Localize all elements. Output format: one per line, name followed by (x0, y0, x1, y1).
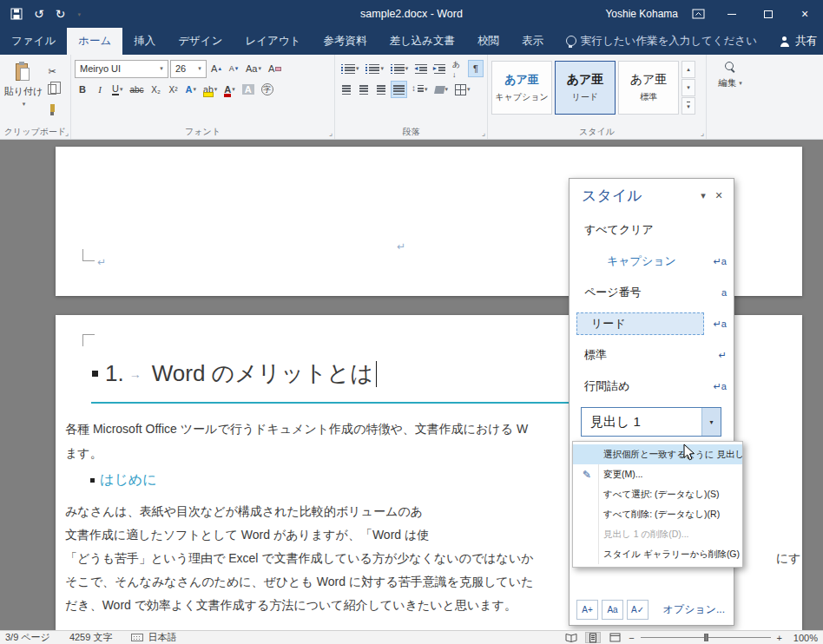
style-item-normal[interactable]: 標準 ↵ (576, 345, 727, 365)
style-inspector-button[interactable]: Aa (602, 600, 623, 620)
new-style-button[interactable]: A+ (576, 600, 598, 620)
underline-button[interactable]: U▾ (109, 81, 125, 98)
tab-mailings[interactable]: 差し込み文書 (378, 28, 466, 55)
font-name-combo[interactable]: Meiryo UI ▾ (75, 60, 168, 78)
styles-pane-dropdown-icon[interactable]: ▾ (695, 190, 711, 201)
line-spacing-button[interactable]: ▾ (409, 81, 431, 98)
styles-options-link[interactable]: オプション... (663, 602, 725, 617)
shrink-font-button[interactable]: A▾ (226, 60, 241, 77)
show-formatting-marks-button[interactable]: ¶ (468, 60, 484, 77)
tab-view[interactable]: 表示 (510, 28, 555, 55)
language-indicator[interactable]: 日本語 (131, 631, 176, 644)
share-button[interactable]: 共有 (767, 28, 823, 55)
character-shading-button[interactable]: A (240, 81, 257, 98)
signed-in-user[interactable]: Yoshie Kohama (605, 8, 678, 20)
editing-button[interactable]: 編集 ▾ (718, 77, 742, 89)
align-center-button[interactable] (356, 81, 372, 98)
read-mode-button[interactable] (563, 632, 579, 643)
font-name-dropdown-icon[interactable]: ▾ (155, 65, 168, 72)
gallery-scroll-up-icon[interactable]: ▴ (681, 61, 695, 78)
multilevel-list-button[interactable]: ▾ (388, 60, 411, 77)
zoom-out-icon[interactable]: − (629, 633, 634, 643)
tab-insert[interactable]: 挿入 (122, 28, 167, 55)
sort-button[interactable]: あ↓ (450, 60, 466, 77)
bold-button[interactable]: B (75, 81, 90, 98)
menu-item-select-all[interactable]: すべて選択: (データなし)(S) (573, 484, 742, 504)
style-tile-caption[interactable]: あア亜 キャプション (491, 61, 552, 115)
font-size-combo[interactable]: 26 ▾ (170, 60, 207, 78)
tab-home[interactable]: ホーム (67, 28, 122, 55)
zoom-slider[interactable] (641, 633, 771, 642)
align-left-button[interactable] (339, 81, 354, 98)
clipboard-dialog-launcher-icon[interactable]: ⌟ (65, 129, 69, 137)
subscript-button[interactable]: X₂ (148, 81, 164, 98)
close-button[interactable]: × (787, 0, 823, 28)
word-count[interactable]: 4259 文字 (69, 631, 113, 644)
zoom-level[interactable]: 100% (788, 633, 818, 643)
zoom-slider-thumb[interactable] (704, 634, 708, 641)
justify-button[interactable] (391, 81, 407, 98)
styles-pane-close-icon[interactable]: ✕ (711, 190, 727, 201)
paste-button[interactable]: 貼り付け ▾ (3, 58, 43, 126)
paste-dropdown-icon[interactable]: ▾ (23, 101, 26, 108)
font-size-dropdown-icon[interactable]: ▾ (194, 65, 206, 72)
page-indicator[interactable]: 3/9 ページ (5, 631, 50, 644)
style-item-clear-all[interactable]: すべてクリア (576, 220, 727, 240)
menu-item-remove-from-gallery[interactable]: スタイル ギャラリーから削除(G) (573, 544, 742, 564)
copy-icon[interactable] (43, 82, 61, 97)
grow-font-button[interactable]: A▴ (208, 60, 224, 77)
style-item-lead[interactable]: リード ↵a (576, 313, 727, 334)
style-tile-lead[interactable]: あア亜 リード (555, 61, 616, 115)
zoom-in-icon[interactable]: + (777, 633, 782, 643)
align-right-button[interactable] (373, 81, 389, 98)
tell-me-box[interactable]: 実行したい作業を入力してください (555, 28, 767, 55)
gallery-scroll-down-icon[interactable]: ▾ (681, 79, 695, 96)
style-item-caption[interactable]: キャプション ↵a (576, 251, 727, 272)
save-icon[interactable] (10, 8, 23, 20)
numbering-button[interactable]: ▾ (363, 60, 385, 77)
manage-styles-button[interactable]: A✓ (627, 600, 649, 620)
change-case-button[interactable]: Aa▾ (243, 60, 264, 77)
undo-icon[interactable]: ↺ (34, 8, 44, 20)
paragraph-dialog-launcher-icon[interactable]: ⌟ (482, 129, 485, 137)
decrease-indent-button[interactable] (412, 60, 429, 77)
clear-formatting-button[interactable]: A (266, 60, 284, 77)
cut-icon[interactable]: ✂ (43, 63, 61, 79)
text-effects-button[interactable]: A▾ (183, 81, 199, 98)
web-layout-button[interactable] (607, 632, 622, 643)
print-layout-button[interactable] (585, 632, 601, 643)
tab-file[interactable]: ファイル (0, 28, 67, 55)
style-item-no-spacing[interactable]: 行間詰め ↵a (576, 376, 727, 397)
increase-indent-button[interactable] (431, 60, 448, 77)
tab-references[interactable]: 参考資料 (312, 28, 378, 55)
style-tile-normal[interactable]: あア亜 標準 (618, 61, 679, 115)
tab-design[interactable]: デザイン (167, 28, 234, 55)
font-dialog-launcher-icon[interactable]: ⌟ (329, 129, 332, 137)
ribbon-display-options-icon[interactable] (692, 9, 705, 19)
menu-item-remove-all[interactable]: すべて削除: (データなし)(R) (573, 504, 742, 524)
tab-layout[interactable]: レイアウト (234, 28, 312, 55)
italic-button[interactable]: I (92, 81, 108, 98)
gallery-expand-icon[interactable]: ▾ (681, 97, 695, 115)
style-item-heading1-combo[interactable]: 見出し 1 ▾ (581, 407, 721, 437)
strikethrough-button[interactable]: abc (127, 81, 146, 98)
enclose-characters-button[interactable]: 字 (259, 81, 276, 98)
bullets-button[interactable]: ▾ (339, 60, 361, 77)
menu-item-update-heading1[interactable]: 選択個所と一致するように 見出し 1 を更新する(P) (573, 444, 742, 464)
font-color-button[interactable]: A▾ (221, 81, 237, 98)
redo-icon[interactable]: ↻ (56, 8, 66, 20)
style-item-page-number[interactable]: ページ番号 a (576, 282, 727, 303)
style-combo-dropdown-icon[interactable]: ▾ (701, 408, 721, 436)
customize-qat-icon[interactable]: ▾ (77, 11, 81, 17)
multilevel-dropdown-icon: ▾ (405, 65, 409, 72)
menu-item-modify[interactable]: ✎ 変更(M)... (573, 464, 742, 484)
shading-button[interactable]: ▾ (432, 81, 451, 98)
styles-dialog-launcher-icon[interactable]: ⌟ (701, 129, 704, 137)
borders-button[interactable]: ▾ (452, 81, 473, 98)
format-painter-icon[interactable] (43, 100, 61, 115)
tab-review[interactable]: 校閲 (466, 28, 510, 55)
superscript-button[interactable]: X² (166, 81, 181, 98)
highlight-button[interactable]: ab▾ (201, 81, 220, 98)
minimize-button[interactable] (714, 0, 750, 28)
restore-button[interactable] (750, 0, 787, 28)
